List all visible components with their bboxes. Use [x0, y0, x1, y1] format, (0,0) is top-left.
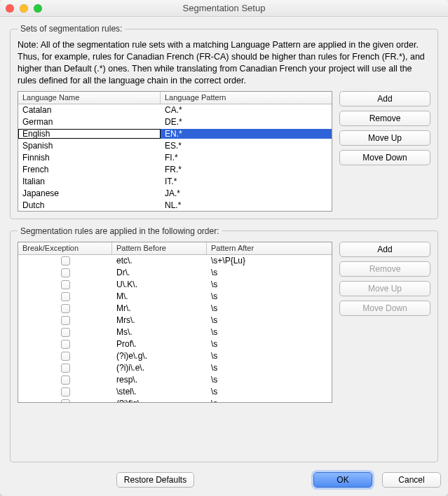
cell-pattern-before[interactable]: Mr\. [112, 303, 207, 313]
cell-language-pattern[interactable]: ES.* [161, 141, 332, 151]
ok-button[interactable]: OK [313, 472, 372, 488]
cell-language-name[interactable]: Catalan [18, 105, 161, 115]
table-row[interactable]: Dr\.\s [18, 267, 332, 279]
table-row[interactable]: SpanishES.* [18, 140, 332, 152]
col-break-exception[interactable]: Break/Exception [18, 242, 112, 254]
cell-pattern-after[interactable]: \s [207, 268, 332, 277]
cell-language-name[interactable]: French [18, 165, 161, 174]
move-down-button[interactable]: Move Down [339, 150, 430, 165]
cell-break-exception[interactable] [18, 291, 112, 301]
add-button[interactable]: Add [339, 242, 430, 257]
table-row[interactable]: EnglishEN.* [18, 128, 332, 140]
move-down-button[interactable]: Move Down [339, 301, 430, 316]
cell-pattern-after[interactable]: \s [207, 280, 332, 289]
cell-break-exception[interactable] [18, 339, 112, 349]
cell-language-pattern[interactable]: IT.* [161, 177, 332, 186]
table-row[interactable]: \stel\.\s [18, 386, 332, 398]
cancel-button[interactable]: Cancel [382, 472, 441, 488]
table-row[interactable]: FinnishFI.* [18, 152, 332, 164]
cell-language-name[interactable]: Dutch [18, 200, 161, 210]
close-icon[interactable] [6, 4, 14, 13]
cell-pattern-before[interactable]: Prof\. [112, 339, 207, 349]
cell-break-exception[interactable] [18, 256, 112, 266]
table-row[interactable]: Ms\.\s [18, 326, 332, 338]
break-checkbox[interactable] [61, 340, 70, 349]
table-row[interactable]: (?i)e\.g\.\s [18, 350, 332, 362]
col-pattern-before[interactable]: Pattern Before [112, 242, 207, 254]
cell-pattern-before[interactable]: Dr\. [112, 268, 207, 277]
cell-language-name[interactable]: German [18, 117, 161, 127]
break-checkbox[interactable] [61, 352, 70, 361]
cell-language-name[interactable]: Finnish [18, 153, 161, 163]
cell-language-name[interactable]: Italian [18, 177, 161, 186]
table-row[interactable]: (?i)fig\.\s [18, 398, 332, 402]
cell-language-pattern[interactable]: JA.* [161, 188, 332, 198]
cell-pattern-after[interactable]: \s [207, 315, 332, 325]
cell-break-exception[interactable] [18, 303, 112, 313]
cell-break-exception[interactable] [18, 363, 112, 373]
move-up-button[interactable]: Move Up [339, 130, 430, 146]
cell-break-exception[interactable] [18, 399, 112, 402]
break-checkbox[interactable] [61, 268, 70, 277]
table-row[interactable]: ItalianIT.* [18, 176, 332, 188]
table-row[interactable]: Prof\.\s [18, 338, 332, 350]
break-checkbox[interactable] [61, 387, 70, 397]
cell-pattern-after[interactable]: \s+\P{Lu} [207, 256, 332, 266]
table-row[interactable]: etc\.\s+\P{Lu} [18, 255, 332, 267]
cell-pattern-after[interactable]: \s [207, 303, 332, 313]
table-row[interactable]: JapaneseJA.* [18, 188, 332, 200]
cell-pattern-before[interactable]: Ms\. [112, 327, 207, 337]
cell-pattern-after[interactable]: \s [207, 327, 332, 337]
cell-pattern-after[interactable]: \s [207, 339, 332, 349]
cell-language-name[interactable]: English [18, 129, 161, 139]
cell-pattern-before[interactable]: Mrs\. [112, 315, 207, 325]
table-row[interactable]: Mrs\.\s [18, 315, 332, 326]
restore-defaults-button[interactable]: Restore Defaults [116, 472, 194, 488]
cell-pattern-before[interactable]: (?i)e\.g\. [112, 351, 207, 361]
col-language-name[interactable]: Language Name [18, 92, 161, 104]
break-checkbox[interactable] [61, 328, 70, 337]
rules-table[interactable]: Break/Exception Pattern Before Pattern A… [18, 242, 332, 403]
cell-break-exception[interactable] [18, 327, 112, 337]
cell-pattern-before[interactable]: U\.K\. [112, 280, 207, 289]
cell-pattern-after[interactable]: \s [207, 387, 332, 397]
zoom-icon[interactable] [34, 4, 42, 13]
cell-language-pattern[interactable]: NL.* [161, 200, 332, 210]
break-checkbox[interactable] [61, 376, 70, 385]
cell-pattern-after[interactable]: \s [207, 351, 332, 361]
break-checkbox[interactable] [61, 316, 70, 325]
break-checkbox[interactable] [61, 304, 70, 313]
table-row[interactable]: FrenchFR.* [18, 164, 332, 176]
break-checkbox[interactable] [61, 256, 70, 266]
cell-pattern-before[interactable]: M\. [112, 291, 207, 301]
cell-language-pattern[interactable]: FR.* [161, 165, 332, 174]
rule-sets-table-body[interactable]: CatalanCA.*GermanDE.*EnglishEN.*SpanishE… [18, 104, 332, 211]
table-row[interactable]: U\.K\.\s [18, 279, 332, 291]
table-row[interactable]: Mr\.\s [18, 303, 332, 315]
cell-language-pattern[interactable]: EN.* [161, 129, 332, 139]
add-button[interactable]: Add [339, 91, 430, 106]
cell-pattern-after[interactable]: \s [207, 291, 332, 301]
table-row[interactable]: CatalanCA.* [18, 104, 332, 116]
table-row[interactable]: M\.\s [18, 291, 332, 303]
cell-break-exception[interactable] [18, 387, 112, 397]
table-row[interactable]: resp\.\s [18, 374, 332, 386]
cell-pattern-after[interactable]: \s [207, 375, 332, 385]
cell-break-exception[interactable] [18, 315, 112, 325]
cell-language-pattern[interactable]: CA.* [161, 105, 332, 115]
cell-pattern-before[interactable]: (?i)i\.e\. [112, 363, 207, 373]
break-checkbox[interactable] [61, 364, 70, 373]
cell-language-pattern[interactable]: FI.* [161, 153, 332, 163]
cell-language-name[interactable]: Japanese [18, 188, 161, 198]
rules-table-body[interactable]: etc\.\s+\P{Lu}Dr\.\sU\.K\.\sM\.\sMr\.\sM… [18, 255, 332, 402]
table-row[interactable]: (?i)i\.e\.\s [18, 362, 332, 374]
table-row[interactable]: GermanDE.* [18, 116, 332, 128]
cell-pattern-after[interactable]: \s [207, 399, 332, 402]
rule-sets-table[interactable]: Language Name Language Pattern CatalanCA… [18, 91, 332, 212]
break-checkbox[interactable] [61, 292, 70, 301]
cell-break-exception[interactable] [18, 268, 112, 277]
break-checkbox[interactable] [61, 280, 70, 289]
cell-language-pattern[interactable]: DE.* [161, 117, 332, 127]
cell-pattern-after[interactable]: \s [207, 363, 332, 373]
col-language-pattern[interactable]: Language Pattern [161, 92, 332, 104]
